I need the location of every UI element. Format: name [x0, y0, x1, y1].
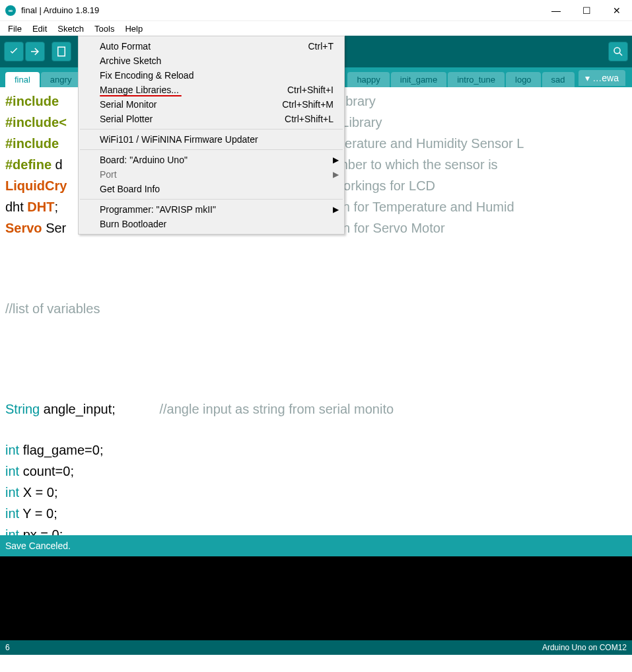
dd-label: WiFi101 / WiFiNINA Firmware Updater — [100, 134, 258, 145]
tab-final[interactable]: final — [5, 72, 40, 87]
svg-point-1 — [614, 48, 620, 54]
code-type: LiquidCry — [5, 178, 67, 193]
dd-label: Burn Bootloader — [100, 219, 166, 229]
dd-port: Port▶ — [79, 167, 344, 182]
svg-rect-0 — [58, 47, 65, 56]
code-type: int — [5, 464, 19, 478]
dd-label: Auto Format — [100, 41, 151, 52]
dd-shortcut: Ctrl+Shift+L — [285, 114, 334, 124]
menu-edit[interactable]: Edit — [27, 22, 52, 35]
dd-separator — [80, 199, 343, 200]
code-text: angle_input; — [40, 402, 159, 416]
tab-sad[interactable]: sad — [542, 72, 575, 87]
dd-shortcut: Ctrl+Shift+M — [282, 99, 334, 110]
menu-help[interactable]: Help — [120, 22, 148, 35]
menu-sketch[interactable]: Sketch — [52, 22, 89, 35]
tab-happy[interactable]: happy — [347, 72, 389, 87]
dd-label: Serial Plotter — [100, 114, 153, 124]
status-strip: Save Canceled. — [0, 535, 632, 556]
title-bar: ∞ final | Arduino 1.8.19 — ☐ ✕ — [0, 0, 632, 21]
dd-label: Serial Monitor — [100, 99, 157, 110]
chevron-right-icon: ▶ — [333, 155, 339, 165]
menu-file[interactable]: File — [3, 22, 27, 35]
dd-archive-sketch[interactable]: Archive Sketch — [79, 54, 344, 68]
upload-button[interactable] — [25, 42, 45, 61]
tab-init-game[interactable]: init_game — [391, 72, 446, 87]
new-button[interactable] — [52, 42, 71, 61]
dd-label: Archive Sketch — [100, 56, 161, 66]
dd-board[interactable]: Board: "Arduino Uno"▶ — [79, 153, 344, 167]
status-message: Save Canceled. — [5, 541, 71, 551]
code-text: px = 0; — [19, 527, 63, 535]
dd-label: Programmer: "AVRISP mkII" — [100, 204, 216, 215]
dd-serial-plotter[interactable]: Serial PlotterCtrl+Shift+L — [79, 112, 344, 126]
code-text: d — [52, 157, 63, 172]
serial-monitor-button[interactable] — [608, 42, 628, 61]
dd-label: Fix Encoding & Reload — [100, 70, 193, 81]
code-text: dht — [5, 200, 27, 214]
board-info: Arduino Uno on COM12 — [542, 643, 627, 652]
tab-angry[interactable]: angry — [41, 72, 81, 87]
code-type: int — [5, 527, 19, 535]
menu-tools[interactable]: Tools — [89, 22, 120, 35]
code-type: String — [5, 402, 40, 416]
dd-shortcut: Ctrl+Shift+I — [287, 85, 334, 95]
code-text: Y = 0; — [19, 506, 57, 521]
code-text: Ser — [42, 221, 67, 235]
code-comment: //list of variables — [5, 301, 100, 316]
dd-wifi-updater[interactable]: WiFi101 / WiFiNINA Firmware Updater — [79, 132, 344, 147]
close-button[interactable]: ✕ — [602, 0, 632, 21]
svg-line-2 — [619, 53, 622, 56]
minimize-button[interactable]: — — [541, 0, 571, 21]
code-type: int — [5, 485, 19, 500]
line-number: 6 — [5, 643, 10, 652]
code-kw: #define — [5, 157, 52, 172]
tab-overflow[interactable]: ▾ …ewa — [579, 70, 625, 86]
code-text: flag_game=0; — [19, 443, 103, 457]
maximize-button[interactable]: ☐ — [571, 0, 602, 21]
menu-bar: File Edit Sketch Tools Help — [0, 21, 632, 36]
code-comment: //angle input as string from serial moni… — [159, 402, 394, 416]
code-ident: DHT — [27, 200, 54, 214]
code-type: int — [5, 443, 19, 457]
dd-programmer[interactable]: Programmer: "AVRISP mkII"▶ — [79, 202, 344, 217]
dd-shortcut: Ctrl+T — [308, 41, 334, 52]
code-kw: #include — [5, 94, 59, 108]
tab-logo[interactable]: logo — [506, 72, 541, 87]
check-icon — [8, 46, 20, 57]
code-text: X = 0; — [19, 485, 57, 500]
search-icon — [612, 46, 624, 57]
dd-separator — [80, 129, 343, 130]
tab-overflow-label: …ewa — [592, 73, 619, 83]
dd-separator — [80, 149, 343, 150]
code-text: ; — [54, 200, 58, 214]
chevron-right-icon: ▶ — [333, 170, 339, 179]
dd-label: Manage Libraries... — [100, 85, 179, 95]
arrow-right-icon — [29, 46, 41, 57]
dd-label: Get Board Info — [100, 184, 160, 194]
tab-intro-tune[interactable]: intro_tune — [448, 72, 505, 87]
dd-burn-bootloader[interactable]: Burn Bootloader — [79, 217, 344, 231]
verify-button[interactable] — [4, 42, 24, 61]
code-type: int — [5, 506, 19, 521]
code-type: Servo — [5, 221, 42, 235]
tools-dropdown: Auto FormatCtrl+T Archive Sketch Fix Enc… — [78, 36, 345, 235]
dd-board-info[interactable]: Get Board Info — [79, 182, 344, 196]
dd-serial-monitor[interactable]: Serial MonitorCtrl+Shift+M — [79, 97, 344, 112]
window-title: final | Arduino 1.8.19 — [21, 5, 541, 15]
dd-label: Board: "Arduino Uno" — [100, 155, 188, 165]
dd-label: Port — [100, 169, 117, 180]
code-text: count=0; — [19, 464, 74, 478]
code-kw: #include< — [5, 115, 67, 130]
dd-auto-format[interactable]: Auto FormatCtrl+T — [79, 39, 344, 54]
console[interactable] — [0, 556, 632, 640]
arduino-icon: ∞ — [5, 5, 16, 16]
new-file-icon — [55, 46, 67, 57]
chevron-right-icon: ▶ — [333, 205, 339, 214]
window-controls: — ☐ ✕ — [541, 0, 632, 21]
dd-fix-encoding[interactable]: Fix Encoding & Reload — [79, 68, 344, 83]
dd-manage-libraries[interactable]: Manage Libraries...Ctrl+Shift+I — [79, 83, 344, 97]
code-kw: #include — [5, 136, 59, 151]
bottom-bar: 6 Arduino Uno on COM12 — [0, 640, 632, 655]
